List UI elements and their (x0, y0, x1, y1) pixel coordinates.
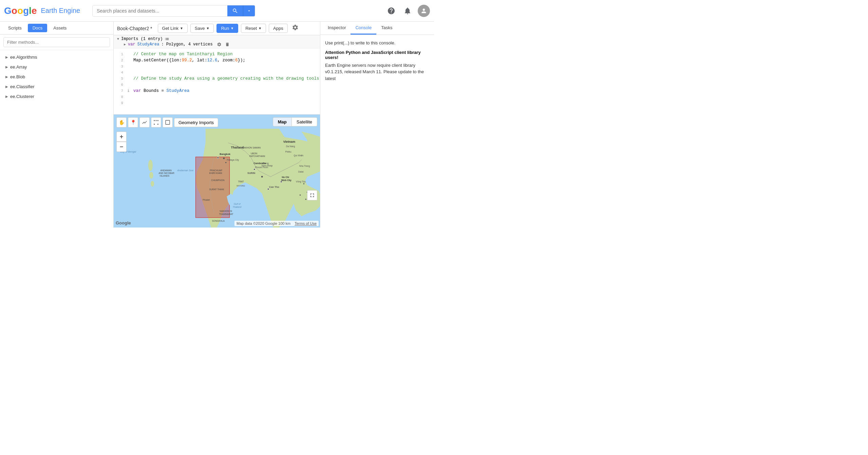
svg-text:Da Nang: Da Nang (286, 145, 295, 148)
tab-docs[interactable]: Docs (28, 24, 48, 32)
svg-text:CHUMPHON: CHUMPHON (211, 179, 224, 181)
tab-inspector[interactable]: Inspector (323, 22, 351, 35)
run-label: Run (221, 26, 229, 31)
rect-tool-button[interactable] (163, 117, 173, 127)
list-item-algorithms[interactable]: ▶ ee.Algorithms (0, 52, 113, 62)
geometry-imports-button[interactable]: Geometry Imports (174, 118, 218, 127)
tab-scripts[interactable]: Scripts (3, 24, 26, 32)
import-delete-icon[interactable] (225, 42, 230, 47)
search-bar[interactable] (92, 5, 255, 17)
import-var-name: StudyArea (137, 42, 159, 47)
svg-point-31 (253, 169, 255, 170)
item-label: ee.Array (10, 64, 27, 70)
terms-of-use-link[interactable]: Terms of Use (295, 221, 317, 225)
tab-tasks[interactable]: Tasks (376, 22, 397, 35)
svg-text:ANDAMAN: ANDAMAN (161, 169, 172, 172)
svg-text:Qui Nhơn: Qui Nhơn (294, 154, 303, 157)
file-tab: Book-Chapter2 * (117, 26, 152, 31)
settings-button[interactable] (292, 24, 299, 33)
item-label: ee.Classifier (10, 84, 35, 89)
fullscreen-button[interactable] (307, 190, 317, 200)
left-list: ▶ ee.Algorithms ▶ ee.Array ▶ ee.Blob ▶ e… (0, 50, 113, 228)
pan-tool-button[interactable]: ✋ (116, 117, 127, 127)
get-link-label: Get Link (162, 26, 178, 31)
code-line-3: 3 (114, 63, 320, 70)
main-layout: Scripts Docs Assets ▶ ee.Algorithms ▶ ee… (0, 22, 434, 228)
import-row-1: ▼ Imports (1 entry) (117, 37, 317, 41)
middle-panel: Book-Chapter2 * Get Link ▼ Save ▼ Run ▼ … (114, 22, 320, 228)
svg-point-3 (148, 160, 153, 171)
svg-rect-54 (166, 120, 170, 124)
svg-text:Pattaya City: Pattaya City (227, 159, 239, 161)
right-tabs: Inspector Console Tasks (320, 22, 434, 35)
tab-console[interactable]: Console (351, 22, 376, 35)
get-link-button[interactable]: Get Link ▼ (158, 24, 188, 33)
svg-text:Can Tho: Can Tho (269, 185, 279, 189)
avatar[interactable] (418, 5, 430, 17)
item-label: ee.Blob (10, 74, 25, 79)
polygon-draw-icon (153, 120, 159, 125)
list-item-array[interactable]: ▶ ee.Array (0, 62, 113, 72)
gear-icon (292, 24, 299, 31)
map-attribution: Map data ©2020 Google 100 km Terms of Us… (234, 221, 319, 226)
console-content: Use print(...) to write to this console.… (320, 35, 434, 228)
svg-text:Pleiku: Pleiku (285, 151, 291, 153)
google-g-logo: Google (4, 5, 37, 16)
search-input[interactable] (93, 5, 227, 16)
line-tool-button[interactable] (139, 117, 150, 127)
search-button[interactable] (227, 5, 243, 16)
tab-assets[interactable]: Assets (49, 24, 71, 32)
help-icon (387, 7, 395, 15)
editor-toolbar: Book-Chapter2 * Get Link ▼ Save ▼ Run ▼ … (114, 22, 320, 35)
google-map-logo: Google (116, 220, 131, 225)
code-editor[interactable]: 1 // Center the map on Tanintharyi Regio… (114, 48, 320, 115)
zoom-controls: + − (116, 132, 127, 152)
point-tool-button[interactable]: 📍 (128, 117, 138, 127)
right-panel: Inspector Console Tasks Use print(...) t… (320, 22, 434, 228)
shape-tool-button[interactable] (151, 117, 161, 127)
import-row-2: ▶ var StudyArea : Polygon, 4 vertices (117, 42, 317, 47)
svg-text:PRACHUAP: PRACHUAP (210, 169, 223, 172)
expand-icon: ▶ (5, 75, 8, 79)
imports-label: Imports (1 entry) (121, 37, 163, 41)
header: Google Earth Engine (0, 0, 434, 22)
save-button[interactable]: Save ▼ (190, 24, 214, 33)
imports-collapse-icon[interactable]: ▼ (117, 37, 119, 41)
svg-text:Ho Chi: Ho Chi (282, 176, 289, 178)
svg-text:TRAT: TRAT (238, 180, 244, 183)
help-button[interactable] (385, 5, 397, 17)
reset-button[interactable]: Reset ▼ (241, 24, 266, 33)
search-icon (232, 8, 238, 14)
svg-text:Thailand: Thailand (233, 206, 242, 208)
imports-list-icon (165, 37, 169, 41)
code-line-4: 4 (114, 70, 320, 76)
list-item-classifier[interactable]: ▶ ee.Classifier (0, 82, 113, 92)
get-link-chevron: ▼ (180, 26, 183, 30)
svg-text:Thailand: Thailand (231, 146, 244, 149)
map-background: Bay of Bengal Andaman Sea (114, 115, 320, 228)
notifications-icon (403, 7, 412, 15)
search-dropdown-button[interactable] (243, 5, 255, 16)
notifications-button[interactable] (401, 5, 414, 17)
satellite-view-button[interactable]: Satellite (291, 118, 317, 126)
svg-text:Bangkok: Bangkok (220, 153, 230, 156)
expand-icon: ▶ (5, 85, 8, 88)
map-data-text: Map data ©2020 Google 100 km (237, 221, 290, 225)
list-item-blob[interactable]: ▶ ee.Blob (0, 72, 113, 82)
import-var-keyword: var (128, 42, 135, 47)
rectangle-draw-icon (165, 120, 170, 125)
code-line-8: 8 (114, 94, 320, 100)
zoom-in-button[interactable]: + (116, 132, 127, 142)
import-settings-icon[interactable] (217, 42, 222, 47)
run-button[interactable]: Run ▼ (216, 24, 238, 33)
apps-button[interactable]: Apps (269, 24, 288, 33)
avatar-icon (420, 7, 427, 14)
item-label: ee.Clusterer (10, 94, 34, 99)
map-view-button[interactable]: Map (273, 118, 291, 126)
zoom-out-button[interactable]: − (116, 142, 127, 152)
code-line-5: 5 // Define the study Area using a geome… (114, 76, 320, 82)
study-area-expand-icon[interactable]: ▶ (124, 42, 126, 46)
svg-point-44 (267, 188, 269, 190)
list-item-clusterer[interactable]: ▶ ee.Clusterer (0, 92, 113, 101)
filter-methods-input[interactable] (3, 37, 110, 47)
